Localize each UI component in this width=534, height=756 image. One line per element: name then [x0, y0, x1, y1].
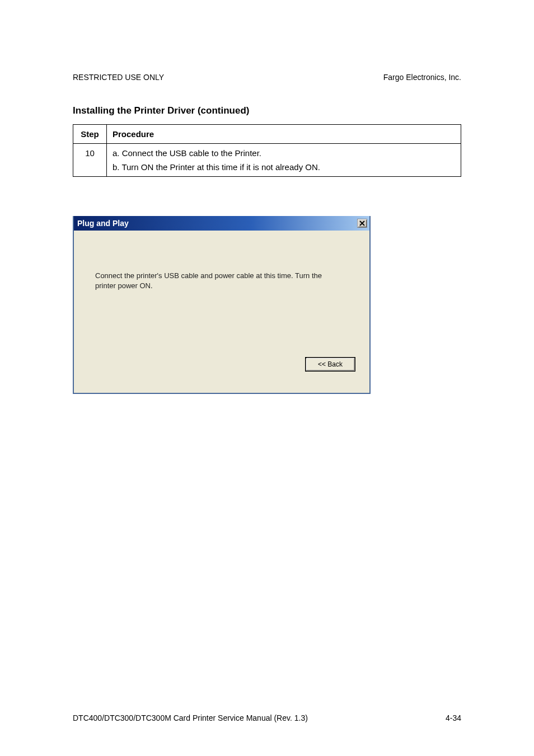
col-proc-header: Procedure: [107, 125, 461, 144]
step-number: 10: [73, 144, 107, 177]
procedure-cell: a. Connect the USB cable to the Printer.…: [107, 144, 461, 177]
dialog-message: Connect the printer's USB cable and powe…: [95, 271, 336, 290]
footer-left: DTC400/DTC300/DTC300M Card Printer Servi…: [73, 713, 308, 722]
table-row: 10 a. Connect the USB cable to the Print…: [73, 144, 461, 177]
dialog-titlebar: Plug and Play: [74, 216, 369, 231]
back-button-label: << Back: [318, 360, 343, 368]
table-header-row: Step Procedure: [73, 125, 461, 144]
dialog-title: Plug and Play: [77, 219, 129, 228]
close-icon: [359, 220, 365, 226]
plug-and-play-dialog: Plug and Play Connect the printer's USB …: [73, 216, 371, 394]
back-button[interactable]: << Back: [306, 358, 355, 371]
col-step-header: Step: [73, 125, 107, 144]
close-button[interactable]: [357, 219, 367, 228]
procedure-line-a: a. Connect the USB cable to the Printer.: [113, 148, 455, 158]
dialog-body: Connect the printer's USB cable and powe…: [74, 231, 369, 393]
procedure-table: Step Procedure 10 a. Connect the USB cab…: [73, 124, 461, 177]
procedure-line-b: b. Turn ON the Printer at this time if i…: [113, 162, 455, 172]
section-title: Installing the Printer Driver (continued…: [73, 105, 461, 116]
header-right: Fargo Electronics, Inc.: [383, 73, 461, 82]
footer-right: 4-34: [446, 713, 461, 722]
header-left: RESTRICTED USE ONLY: [73, 73, 164, 82]
